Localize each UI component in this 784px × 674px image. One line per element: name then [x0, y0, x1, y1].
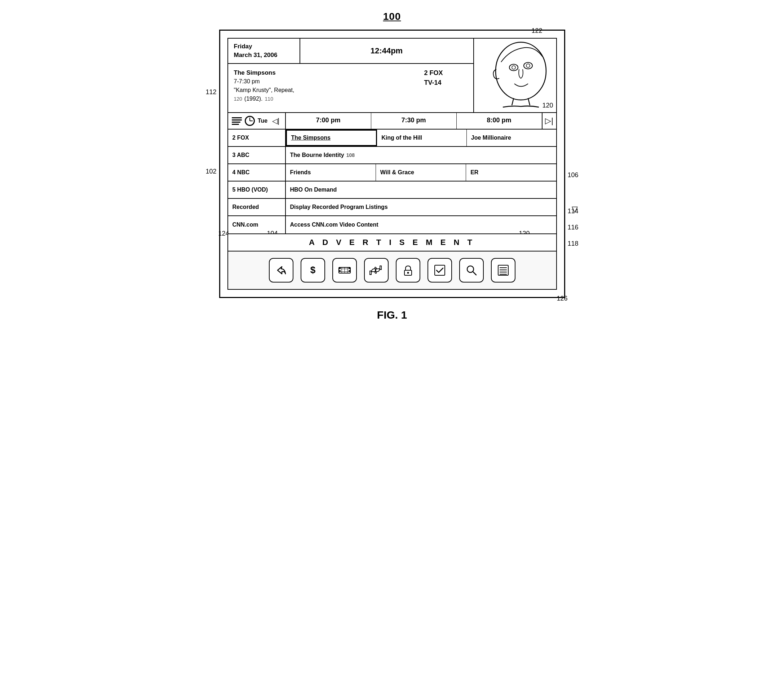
- svg-line-22: [473, 272, 476, 275]
- program-will-grace[interactable]: Will & Grace: [376, 164, 466, 181]
- channel-5-hbo: 5 HBO (VOD): [228, 181, 286, 198]
- channel-recorded: Recorded: [228, 199, 286, 215]
- show-time: 7-7:30 pm: [234, 77, 414, 86]
- dollar-button[interactable]: $: [301, 258, 325, 282]
- program-cells-row5: Display Recorded Program Listings: [286, 199, 556, 215]
- clock-icon: [245, 116, 255, 126]
- svg-point-3: [509, 64, 518, 71]
- current-time: 12:44pm: [300, 39, 473, 63]
- svg-point-19: [407, 272, 409, 274]
- guide-header: Tue ◁| 7:00 pm 7:30 pm 8:00 pm ▷|: [228, 113, 556, 129]
- svg-text:$: $: [310, 264, 316, 275]
- program-cells-row4: HBO On Demand: [286, 181, 556, 198]
- lock-button[interactable]: [396, 258, 420, 282]
- show-episode: "Kamp Krusty", Repeat,: [234, 86, 414, 95]
- program-cnn-content[interactable]: Access CNN.com Video Content: [286, 216, 556, 234]
- show-info-right: 2 FOX TV-14: [424, 68, 468, 103]
- ref-126: 126: [557, 295, 567, 303]
- show-title: The Simpsons: [234, 68, 414, 78]
- ref-108: 108: [346, 152, 355, 158]
- time-col-800: 8:00 pm: [457, 113, 542, 129]
- ref-112: 112: [206, 88, 217, 96]
- table-row: 5 HBO (VOD) HBO On Demand: [228, 181, 556, 199]
- ref-122: 122: [531, 27, 542, 34]
- ref-110-inline: 110: [265, 95, 273, 103]
- preview-image: 120: [474, 38, 557, 113]
- program-cells-row2: The Bourne Identity 108: [286, 147, 556, 164]
- svg-point-0: [496, 42, 546, 100]
- guide-channel-col-header: Tue ◁|: [228, 113, 286, 129]
- film-icon: [338, 264, 352, 277]
- table-row: CNN.com Access CNN.com Video Content: [228, 216, 556, 234]
- show-rating: TV-14: [424, 78, 468, 88]
- program-recorded-listings[interactable]: Display Recorded Program Listings: [286, 199, 556, 215]
- figure-caption: FIG. 1: [377, 309, 407, 321]
- day-display: Tue: [258, 118, 268, 124]
- menu-lines-icon: [497, 264, 510, 277]
- channel-2-fox: 2 FOX: [228, 129, 286, 146]
- program-hbo-demand[interactable]: HBO On Demand: [286, 181, 556, 198]
- table-row: 4 NBC Friends Will & Grace ER: [228, 164, 556, 181]
- thumbs-button[interactable]: [364, 258, 389, 282]
- show-info-left: The Simpsons 7-7:30 pm "Kamp Krusty", Re…: [234, 68, 414, 103]
- left-arrow-button[interactable]: ◁|: [270, 117, 281, 125]
- program-cells-row1: The Simpsons King of the Hill Joe Millio…: [286, 129, 556, 146]
- svg-rect-12: [348, 270, 350, 272]
- program-joe-millionaire[interactable]: Joe Millionaire: [467, 129, 556, 146]
- channel-cnn: CNN.com: [228, 216, 286, 234]
- program-friends[interactable]: Friends: [286, 164, 376, 181]
- svg-rect-10: [339, 270, 341, 272]
- figure-number-top: 100: [383, 11, 401, 22]
- program-cells-row6: Access CNN.com Video Content: [286, 216, 556, 234]
- back-arrow-button[interactable]: [269, 258, 293, 282]
- search-button[interactable]: [459, 258, 484, 282]
- ref-106: 106: [567, 172, 578, 179]
- ref-118: 118: [567, 240, 578, 248]
- table-row: Recorded Display Recorded Program Listin…: [228, 199, 556, 216]
- ref-120-inline: 120: [234, 95, 242, 103]
- scroll-down-indicator[interactable]: ▽: [572, 204, 578, 214]
- info-top-row: Friday March 31, 2006 12:44pm: [228, 39, 473, 64]
- full-date: March 31, 2006: [234, 51, 294, 59]
- search-icon: [465, 264, 478, 277]
- ad-text: A D V E R T I S E M E N T: [309, 238, 475, 247]
- date-cell: Friday March 31, 2006: [228, 39, 300, 63]
- table-row: 3 ABC The Bourne Identity 108: [228, 147, 556, 164]
- face-svg: [474, 39, 557, 111]
- program-simpsons[interactable]: The Simpsons: [286, 129, 377, 146]
- ad-bar: A D V E R T I S E M E N T: [227, 234, 557, 251]
- ref-102: 102: [206, 168, 217, 175]
- top-section: Friday March 31, 2006 12:44pm The Simpso…: [227, 38, 557, 113]
- check-button[interactable]: [428, 258, 452, 282]
- menu-button[interactable]: [491, 258, 515, 282]
- table-row: 2 FOX The Simpsons King of the Hill Joe …: [228, 129, 556, 147]
- channel-4-nbc: 4 NBC: [228, 164, 286, 181]
- info-bottom-row: The Simpsons 7-7:30 pm "Kamp Krusty", Re…: [228, 64, 473, 108]
- film-button[interactable]: [332, 258, 357, 282]
- dollar-icon: $: [306, 264, 319, 277]
- svg-point-5: [524, 62, 532, 69]
- program-bourne[interactable]: The Bourne Identity 108: [286, 147, 556, 164]
- program-er[interactable]: ER: [466, 164, 556, 181]
- day-label: Friday: [234, 42, 294, 51]
- main-diagram: 122 112 102 106 114 116 118 124 104 120 …: [219, 30, 565, 298]
- checkmark-icon: [433, 264, 446, 277]
- program-cells-row3: Friends Will & Grace ER: [286, 164, 556, 181]
- svg-point-6: [526, 64, 530, 67]
- right-arrow-button[interactable]: ▷|: [542, 113, 556, 129]
- guide-time-cols: 7:00 pm 7:30 pm 8:00 pm: [286, 113, 542, 129]
- lock-icon: [401, 264, 415, 277]
- svg-rect-9: [339, 267, 341, 269]
- info-panel: Friday March 31, 2006 12:44pm The Simpso…: [227, 38, 474, 113]
- svg-line-2: [528, 98, 530, 105]
- guide-grid: Tue ◁| 7:00 pm 7:30 pm 8:00 pm ▷| 2 FOX …: [227, 113, 557, 234]
- ref-120-image: 120: [542, 102, 553, 109]
- lines-icon: [232, 117, 242, 125]
- ref-116: 116: [567, 224, 578, 231]
- channel-3-abc: 3 ABC: [228, 147, 286, 164]
- program-king-of-hill[interactable]: King of the Hill: [377, 129, 467, 146]
- show-channel: 2 FOX: [424, 68, 468, 78]
- show-year: (1992).: [244, 95, 263, 103]
- svg-point-4: [512, 66, 515, 69]
- svg-rect-11: [348, 267, 350, 269]
